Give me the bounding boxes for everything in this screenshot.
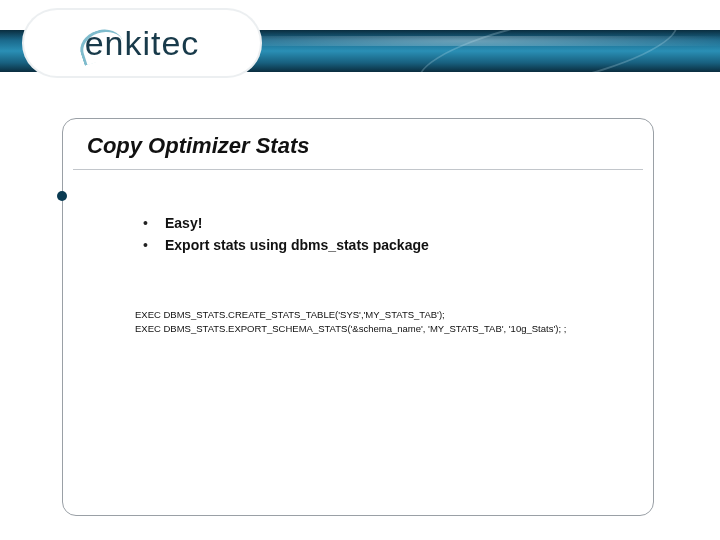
- logo-text: enkitec: [85, 24, 200, 63]
- code-line: EXEC DBMS_STATS.EXPORT_SCHEMA_STATS('&sc…: [135, 323, 566, 334]
- accent-dot-icon: [57, 191, 67, 201]
- code-line: EXEC DBMS_STATS.CREATE_STATS_TABLE('SYS'…: [135, 309, 445, 320]
- code-block: EXEC DBMS_STATS.CREATE_STATS_TABLE('SYS'…: [135, 308, 629, 336]
- logo: enkitec: [22, 8, 262, 78]
- header: enkitec: [0, 0, 720, 92]
- slide-title: Copy Optimizer Stats: [87, 133, 629, 159]
- bullet-item: Export stats using dbms_stats package: [143, 235, 629, 257]
- title-underline: [73, 169, 643, 170]
- slide-card: Copy Optimizer Stats Easy! Export stats …: [62, 118, 654, 516]
- bullet-item: Easy!: [143, 213, 629, 235]
- bullet-list: Easy! Export stats using dbms_stats pack…: [143, 213, 629, 256]
